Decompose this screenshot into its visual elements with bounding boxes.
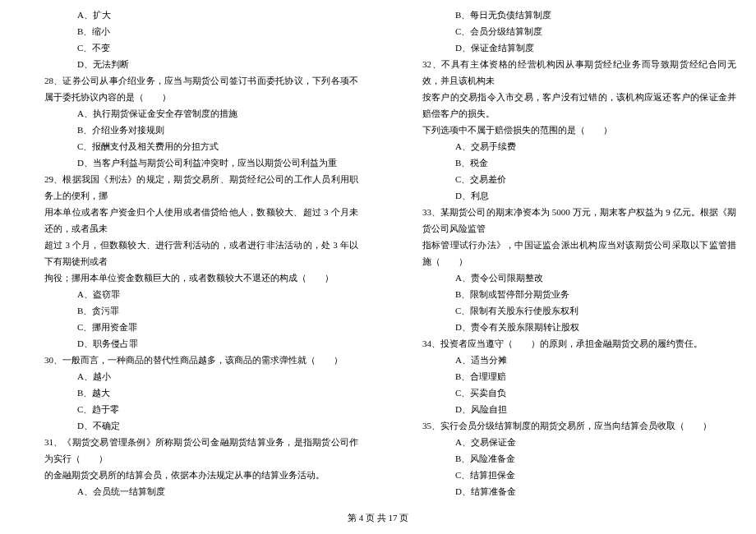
q29-option-d: D、职务侵占罪: [20, 335, 358, 352]
q35-option-d: D、结算准备金: [398, 483, 736, 499]
q34-option-a: A、适当分摊: [398, 352, 736, 368]
q31-option-b: B、每日无负债结算制度: [398, 7, 736, 23]
q29-line-1: 29、根据我国《刑法》的规定，期货交易所、期货经纪公司的工作人员利用职务上的便利…: [20, 171, 358, 204]
q29-line-3: 超过 3 个月，但数额较大、进行营利活动的，或者进行非法活动的，处 3 年以下有…: [20, 237, 358, 269]
q27-option-a: A、扩大: [20, 7, 358, 23]
q29-option-a: A、盗窃罪: [20, 286, 358, 302]
q35-option-a: A、交易保证金: [398, 434, 736, 450]
page-content: A、扩大 B、缩小 C、不变 D、无法判断 28、证券公司从事介绍业务，应当与期…: [0, 0, 756, 499]
q31-option-a: A、会员统一结算制度: [20, 483, 358, 499]
q32-line-2: 按客户的交易指令入市交易，客户没有过错的，该机构应返还客户的保证金并赔偿客户的损…: [398, 89, 736, 122]
q32-line-1: 32、不具有主体资格的经营机构因从事期货经纪业务而导致期货经纪合同无效，并且该机…: [398, 56, 736, 89]
q32-line-3: 下列选项中不属于赔偿损失的范围的是（ ）: [398, 122, 736, 138]
q32-option-b: B、税金: [398, 154, 736, 171]
q27-option-c: C、不变: [20, 39, 358, 56]
q32-option-a: A、交易手续费: [398, 138, 736, 154]
q33-line-2: 指标管理试行办法》，中国证监会派出机构应当对该期货公司采取以下监管措施（ ）: [398, 237, 736, 269]
q29-line-2: 用本单位或者客户资金归个人使用或者借贷给他人，数额较大、超过 3 个月未还的，或…: [20, 204, 358, 237]
q28-option-d: D、当客户利益与期货公司利益冲突时，应当以期货公司利益为重: [20, 154, 358, 171]
q35-text: 35、实行会员分级结算制度的期货交易所，应当向结算会员收取（ ）: [398, 417, 736, 434]
q28-option-c: C、报酬支付及相关费用的分担方式: [20, 138, 358, 154]
q28-option-a: A、执行期货保证金安全存管制度的措施: [20, 105, 358, 122]
q32-option-c: C、交易差价: [398, 171, 736, 187]
q29-line-4: 拘役；挪用本单位资金数额巨大的，或者数额较大不退还的构成（ ）: [20, 269, 358, 286]
q33-line-1: 33、某期货公司的期末净资本为 5000 万元，期末客户权益为 9 亿元。根据《…: [398, 204, 736, 237]
q31-option-c: C、会员分级结算制度: [398, 23, 736, 39]
q31-line-1: 31、《期货交易管理条例》所称期货公司金融期货结算业务，是指期货公司作为实行（ …: [20, 434, 358, 467]
q30-option-a: A、越小: [20, 368, 358, 384]
q32-option-d: D、利息: [398, 187, 736, 204]
q27-option-d: D、无法判断: [20, 56, 358, 72]
right-column: B、每日无负债结算制度 C、会员分级结算制度 D、保证金结算制度 32、不具有主…: [378, 7, 756, 499]
q34-option-c: C、买卖自负: [398, 384, 736, 401]
q28-text: 28、证券公司从事介绍业务，应当与期货公司签订书面委托协议，下列各项不属于委托协…: [20, 72, 358, 105]
q27-option-b: B、缩小: [20, 23, 358, 39]
q30-text: 30、一般而言，一种商品的替代性商品越多，该商品的需求弹性就（ ）: [20, 352, 358, 368]
q30-option-c: C、趋于零: [20, 401, 358, 417]
q30-option-b: B、越大: [20, 384, 358, 401]
q33-option-c: C、限制有关股东行使股东权利: [398, 302, 736, 319]
q29-option-c: C、挪用资金罪: [20, 319, 358, 335]
left-column: A、扩大 B、缩小 C、不变 D、无法判断 28、证券公司从事介绍业务，应当与期…: [0, 7, 378, 499]
q33-option-a: A、责令公司限期整改: [398, 269, 736, 286]
q34-option-b: B、合理理赔: [398, 368, 736, 384]
q30-option-d: D、不确定: [20, 417, 358, 434]
q31-line-2: 的金融期货交易所的结算会员，依据本办法规定从事的结算业务活动。: [20, 467, 358, 483]
q33-option-d: D、责令有关股东限期转让股权: [398, 319, 736, 335]
q35-option-c: C、结算担保金: [398, 467, 736, 483]
q33-option-b: B、限制或暂停部分期货业务: [398, 286, 736, 302]
q31-option-d: D、保证金结算制度: [398, 39, 736, 56]
q29-option-b: B、贪污罪: [20, 302, 358, 319]
q34-option-d: D、风险自担: [398, 401, 736, 417]
q35-option-b: B、风险准备金: [398, 450, 736, 467]
page-footer: 第 4 页 共 17 页: [0, 512, 756, 524]
q34-text: 34、投资者应当遵守（ ）的原则，承担金融期货交易的履约责任。: [398, 335, 736, 352]
q28-option-b: B、介绍业务对接规则: [20, 122, 358, 138]
